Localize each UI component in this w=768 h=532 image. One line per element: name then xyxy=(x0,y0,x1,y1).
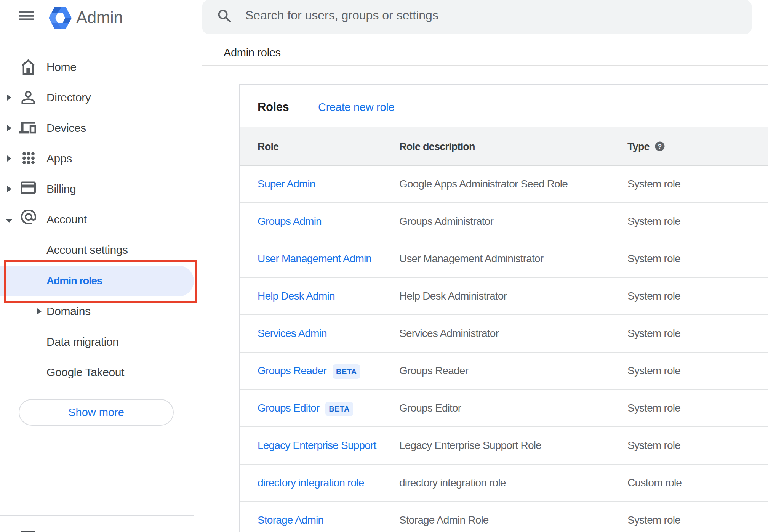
svg-text:?: ? xyxy=(658,143,662,150)
